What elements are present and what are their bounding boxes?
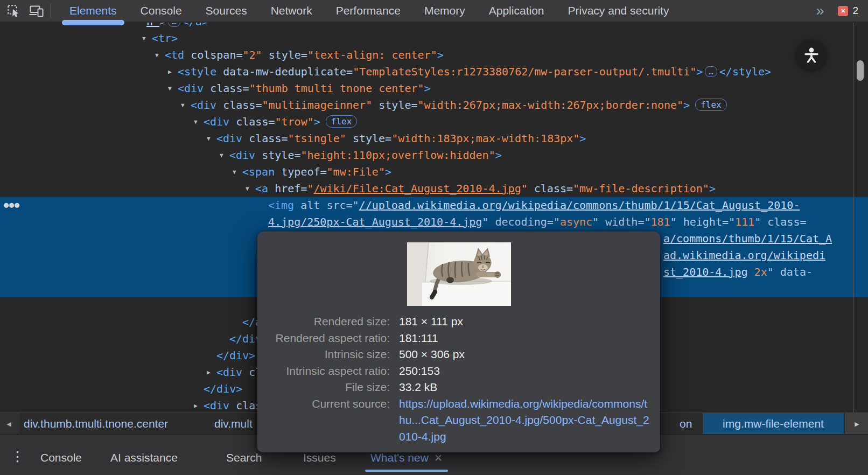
panel-tabs: ElementsConsoleSourcesNetworkPerformance…: [58, 0, 681, 22]
code-segment: <div: [216, 366, 242, 379]
flex-badge[interactable]: flex: [695, 99, 727, 111]
code-segment: ": [729, 215, 735, 228]
dom-tree-row[interactable]: ▼<span typeof="mw:File">: [0, 164, 868, 180]
close-icon[interactable]: ✕: [434, 452, 443, 464]
ellipsis-badge[interactable]: …: [168, 23, 180, 27]
code-segment: >: [314, 115, 320, 128]
dom-node-text: 4.jpg/250px-Cat_August_2010-4.jpg" decod…: [268, 214, 807, 230]
dom-tree-row[interactable]: ▼<div class="trow">flex: [0, 114, 868, 130]
dom-tree-row[interactable]: ▼<div class="tsingle" style="width:183px…: [0, 130, 868, 147]
flex-badge[interactable]: flex: [326, 115, 358, 128]
scrollbar-track: [853, 23, 853, 414]
toggle-device-toolbar-icon[interactable]: [27, 2, 45, 20]
drawer-tab-label: Console: [40, 451, 82, 464]
code-segment: ": [554, 215, 560, 228]
tab-performance[interactable]: Performance: [324, 0, 412, 22]
tab-memory[interactable]: Memory: [412, 0, 477, 22]
code-segment: "width:183px;max-width:183px": [391, 132, 579, 145]
dom-node-text: <style data-mw-deduplicate="TemplateStyl…: [178, 64, 771, 80]
dom-tree-row[interactable]: ▼<a href="/wiki/File:Cat_August_2010-4.j…: [0, 180, 868, 197]
breadcrumb-scroll-right-icon[interactable]: ▶: [845, 413, 868, 435]
dom-tree-row[interactable]: ▼<div class="multiimageinner" style="wid…: [0, 97, 868, 114]
tab-network[interactable]: Network: [259, 0, 324, 22]
tab-elements[interactable]: Elements: [58, 0, 129, 22]
drawer-tab-search[interactable]: Search: [226, 447, 262, 469]
collapse-arrow-icon[interactable]: ▶: [194, 397, 198, 414]
code-segment: src=: [320, 199, 352, 212]
code-segment: >: [696, 65, 703, 78]
code-segment: decoding=: [488, 215, 553, 228]
code-segment: ": [644, 215, 650, 228]
code-segment: "mw:File": [327, 165, 385, 178]
breadcrumb-scroll-left-icon[interactable]: ◀: [0, 413, 18, 435]
collapse-arrow-icon[interactable]: ▶: [168, 64, 172, 80]
more-tabs-icon[interactable]: »: [816, 4, 824, 18]
code-segment: class=: [761, 215, 806, 228]
code-segment: "height:110px;overflow:hidden": [300, 149, 495, 162]
image-preview-wrap: [257, 232, 660, 306]
breadcrumb-item-img-mw-file-element[interactable]: img.mw-file-element: [703, 413, 844, 435]
gutter-dots-icon[interactable]: ●●●: [4, 197, 20, 213]
code-segment: alt: [294, 199, 320, 212]
detail-value: 500 × 306 px: [399, 346, 660, 363]
expand-arrow-icon[interactable]: ▼: [233, 164, 236, 180]
code-segment: style=: [346, 132, 391, 145]
expand-arrow-icon[interactable]: ▼: [207, 130, 211, 147]
code-segment: height=: [677, 215, 729, 228]
code-segment: >: [709, 182, 716, 195]
dom-tree-row[interactable]: ▼<div style="height:110px;overflow:hidde…: [0, 147, 868, 164]
expand-arrow-icon[interactable]: ▼: [181, 97, 185, 114]
image-detail-rows: Rendered size:181 × 111 pxRendered aspec…: [257, 313, 660, 445]
code-segment: class=: [216, 99, 262, 111]
inspect-element-icon[interactable]: [4, 2, 23, 20]
drawer-tab-label: Issues: [303, 451, 336, 464]
expand-arrow-icon[interactable]: ▼: [220, 147, 223, 164]
code-segment: class=: [204, 82, 249, 95]
dom-tree-row[interactable]: ▼<tr>: [0, 30, 868, 47]
dom-tree-row[interactable]: ▼<div class="thumb tmulti tnone center">: [0, 80, 868, 97]
code-segment: style=: [255, 149, 300, 162]
code-segment: <div: [204, 115, 229, 128]
dom-tree-row[interactable]: n">…</a>: [0, 23, 868, 30]
detail-label: File size:: [257, 379, 399, 396]
tab-console[interactable]: Console: [129, 0, 194, 22]
code-segment: colspan=: [184, 48, 242, 61]
dom-node-text: a/commons/thumb/1/15/Cat_A: [663, 230, 832, 247]
kebab-menu-icon[interactable]: ⋮: [11, 450, 24, 463]
dom-node-text: <td colspan="2" style="text-align: cente…: [165, 47, 444, 64]
toolbar-right: » ✕ 2: [816, 4, 868, 18]
collapse-arrow-icon[interactable]: ▶: [207, 364, 211, 381]
dom-tree-row[interactable]: ▼<td colspan="2" style="text-align: cent…: [0, 47, 868, 64]
drawer-tab-console[interactable]: Console: [40, 447, 82, 469]
tab-privacy-and-security[interactable]: Privacy and security: [556, 0, 681, 22]
code-segment: >: [495, 149, 502, 162]
code-segment: ": [592, 215, 599, 228]
expand-arrow-icon[interactable]: ▼: [142, 30, 146, 47]
expand-arrow-icon[interactable]: ▼: [168, 80, 172, 97]
expand-arrow-icon[interactable]: ▼: [194, 114, 198, 130]
dom-node-text: st_2010-4.jpg 2x" data-: [663, 264, 813, 281]
dom-tree-row[interactable]: ▶<style data-mw-deduplicate="TemplateSty…: [0, 64, 868, 80]
drawer-tab-ai-assistance[interactable]: AI assistance: [110, 447, 178, 469]
detail-value: 181 × 111 px: [399, 313, 660, 330]
cat-preview-image: [407, 242, 511, 306]
tab-application[interactable]: Application: [477, 0, 556, 22]
tab-sources[interactable]: Sources: [194, 0, 259, 22]
dom-tree-row[interactable]: 4.jpg/250px-Cat_August_2010-4.jpg" decod…: [0, 214, 868, 230]
breadcrumb-item-on[interactable]: on: [680, 413, 692, 434]
code-segment: async: [560, 215, 592, 228]
accessibility-person-icon[interactable]: [796, 40, 826, 69]
error-badge-icon[interactable]: ✕: [838, 6, 848, 16]
detail-value: 33.2 kB: [399, 379, 660, 396]
breadcrumb-item-div-mult[interactable]: div.mult: [214, 413, 253, 434]
expand-arrow-icon[interactable]: ▼: [155, 47, 159, 64]
dom-tree-row[interactable]: ●●●<img alt src="//upload.wikimedia.org/…: [0, 197, 868, 214]
code-segment: /wiki/File:Cat_August_2010-4.jpg: [313, 182, 521, 195]
code-segment: <div: [216, 132, 242, 145]
code-segment: style=: [372, 99, 417, 111]
scrollbar-thumb[interactable]: [857, 60, 864, 81]
ellipsis-badge[interactable]: …: [705, 66, 717, 77]
code-segment: ": [670, 215, 677, 228]
expand-arrow-icon[interactable]: ▼: [246, 180, 249, 197]
breadcrumb-item-div-thumb-tmulti-tnone-center[interactable]: div.thumb.tmulti.tnone.center: [24, 413, 168, 434]
